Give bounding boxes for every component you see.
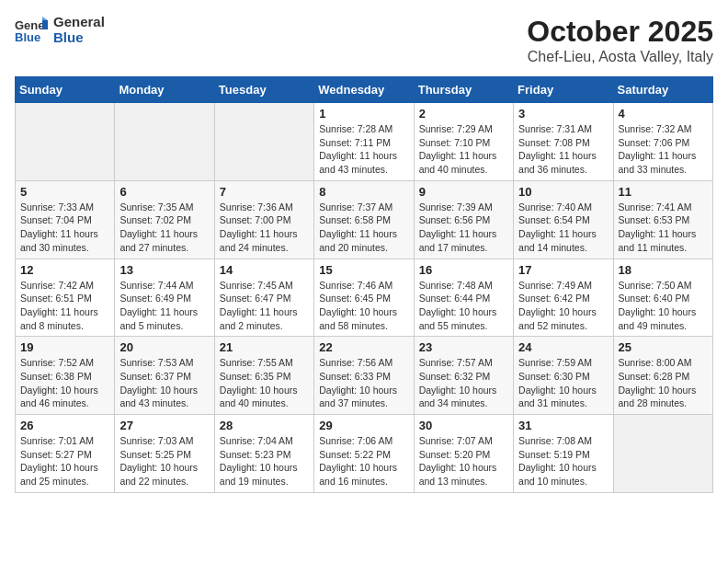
day-number: 16 bbox=[419, 263, 508, 277]
header-monday: Monday bbox=[115, 77, 214, 103]
calendar-cell: 12Sunrise: 7:42 AM Sunset: 6:51 PM Dayli… bbox=[16, 259, 115, 337]
calendar-cell: 2Sunrise: 7:29 AM Sunset: 7:10 PM Daylig… bbox=[414, 103, 513, 181]
calendar-cell: 10Sunrise: 7:40 AM Sunset: 6:54 PM Dayli… bbox=[514, 180, 613, 259]
calendar-header-row: SundayMondayTuesdayWednesdayThursdayFrid… bbox=[16, 77, 713, 103]
calendar-cell bbox=[115, 103, 214, 181]
day-info: Sunrise: 7:48 AM Sunset: 6:44 PM Dayligh… bbox=[419, 279, 508, 333]
day-number: 26 bbox=[20, 419, 109, 432]
calendar-cell: 25Sunrise: 8:00 AM Sunset: 6:28 PM Dayli… bbox=[613, 337, 712, 415]
day-info: Sunrise: 7:45 AM Sunset: 6:47 PM Dayligh… bbox=[220, 279, 309, 333]
day-number: 24 bbox=[518, 340, 608, 354]
calendar-cell: 8Sunrise: 7:37 AM Sunset: 6:58 PM Daylig… bbox=[314, 180, 414, 259]
page-header: General Blue General Blue October 2025 C… bbox=[15, 15, 713, 65]
calendar-cell: 13Sunrise: 7:44 AM Sunset: 6:49 PM Dayli… bbox=[115, 259, 214, 337]
day-number: 27 bbox=[119, 419, 209, 432]
day-info: Sunrise: 7:36 AM Sunset: 7:00 PM Dayligh… bbox=[220, 201, 309, 255]
logo-line2: Blue bbox=[53, 30, 105, 46]
day-number: 3 bbox=[518, 107, 608, 121]
day-number: 18 bbox=[619, 263, 708, 277]
day-info: Sunrise: 7:59 AM Sunset: 6:30 PM Dayligh… bbox=[518, 356, 608, 410]
header-sunday: Sunday bbox=[16, 77, 115, 103]
header-saturday: Saturday bbox=[613, 77, 712, 103]
day-number: 21 bbox=[220, 340, 309, 354]
calendar-cell: 11Sunrise: 7:41 AM Sunset: 6:53 PM Dayli… bbox=[613, 180, 712, 259]
calendar-cell bbox=[214, 103, 313, 181]
day-info: Sunrise: 7:08 AM Sunset: 5:19 PM Dayligh… bbox=[518, 434, 608, 488]
day-info: Sunrise: 7:39 AM Sunset: 6:56 PM Dayligh… bbox=[419, 201, 508, 255]
day-info: Sunrise: 7:50 AM Sunset: 6:40 PM Dayligh… bbox=[619, 279, 708, 333]
day-number: 2 bbox=[419, 107, 508, 121]
day-info: Sunrise: 7:57 AM Sunset: 6:32 PM Dayligh… bbox=[419, 356, 508, 410]
day-number: 22 bbox=[319, 340, 408, 354]
day-number: 4 bbox=[619, 107, 708, 121]
day-number: 5 bbox=[20, 185, 109, 199]
day-number: 20 bbox=[119, 340, 209, 354]
calendar-cell: 19Sunrise: 7:52 AM Sunset: 6:38 PM Dayli… bbox=[16, 337, 115, 415]
day-info: Sunrise: 7:01 AM Sunset: 5:27 PM Dayligh… bbox=[20, 434, 109, 488]
calendar-table: SundayMondayTuesdayWednesdayThursdayFrid… bbox=[15, 76, 713, 493]
day-number: 9 bbox=[419, 185, 508, 199]
day-number: 13 bbox=[119, 263, 209, 277]
calendar-week-row: 1Sunrise: 7:28 AM Sunset: 7:11 PM Daylig… bbox=[16, 103, 713, 181]
day-info: Sunrise: 7:07 AM Sunset: 5:20 PM Dayligh… bbox=[419, 434, 508, 488]
day-number: 12 bbox=[20, 263, 109, 277]
calendar-cell: 22Sunrise: 7:56 AM Sunset: 6:33 PM Dayli… bbox=[314, 337, 414, 415]
day-number: 19 bbox=[20, 340, 109, 354]
calendar-cell: 17Sunrise: 7:49 AM Sunset: 6:42 PM Dayli… bbox=[514, 259, 613, 337]
day-number: 23 bbox=[419, 340, 508, 354]
calendar-week-row: 5Sunrise: 7:33 AM Sunset: 7:04 PM Daylig… bbox=[16, 180, 713, 259]
day-info: Sunrise: 7:35 AM Sunset: 7:02 PM Dayligh… bbox=[119, 201, 209, 255]
day-info: Sunrise: 7:52 AM Sunset: 6:38 PM Dayligh… bbox=[20, 356, 109, 410]
day-info: Sunrise: 7:33 AM Sunset: 7:04 PM Dayligh… bbox=[20, 201, 109, 255]
day-info: Sunrise: 7:28 AM Sunset: 7:11 PM Dayligh… bbox=[319, 122, 408, 177]
calendar-cell: 7Sunrise: 7:36 AM Sunset: 7:00 PM Daylig… bbox=[214, 180, 313, 259]
calendar-cell: 4Sunrise: 7:32 AM Sunset: 7:06 PM Daylig… bbox=[613, 103, 712, 181]
day-info: Sunrise: 8:00 AM Sunset: 6:28 PM Dayligh… bbox=[619, 356, 708, 410]
day-info: Sunrise: 7:37 AM Sunset: 6:58 PM Dayligh… bbox=[319, 201, 408, 255]
day-info: Sunrise: 7:53 AM Sunset: 6:37 PM Dayligh… bbox=[119, 356, 209, 410]
day-number: 15 bbox=[319, 263, 408, 277]
logo-line1: General bbox=[53, 15, 105, 30]
calendar-cell: 27Sunrise: 7:03 AM Sunset: 5:25 PM Dayli… bbox=[115, 415, 214, 493]
logo: General Blue General Blue bbox=[15, 15, 105, 45]
calendar-cell: 21Sunrise: 7:55 AM Sunset: 6:35 PM Dayli… bbox=[214, 337, 313, 415]
day-info: Sunrise: 7:56 AM Sunset: 6:33 PM Dayligh… bbox=[319, 356, 408, 410]
day-number: 11 bbox=[619, 185, 708, 199]
day-number: 14 bbox=[220, 263, 309, 277]
svg-marker-2 bbox=[42, 20, 48, 29]
calendar-cell: 23Sunrise: 7:57 AM Sunset: 6:32 PM Dayli… bbox=[414, 337, 513, 415]
day-info: Sunrise: 7:04 AM Sunset: 5:23 PM Dayligh… bbox=[220, 434, 309, 488]
calendar-cell: 9Sunrise: 7:39 AM Sunset: 6:56 PM Daylig… bbox=[414, 180, 513, 259]
day-number: 10 bbox=[518, 185, 608, 199]
day-number: 29 bbox=[319, 419, 408, 432]
logo-icon: General Blue bbox=[15, 17, 48, 44]
svg-text:Blue: Blue bbox=[15, 30, 40, 44]
day-info: Sunrise: 7:32 AM Sunset: 7:06 PM Dayligh… bbox=[619, 122, 708, 177]
day-number: 1 bbox=[319, 107, 408, 121]
day-number: 31 bbox=[518, 419, 608, 432]
calendar-cell: 20Sunrise: 7:53 AM Sunset: 6:37 PM Dayli… bbox=[115, 337, 214, 415]
day-info: Sunrise: 7:49 AM Sunset: 6:42 PM Dayligh… bbox=[518, 279, 608, 333]
calendar-cell: 3Sunrise: 7:31 AM Sunset: 7:08 PM Daylig… bbox=[514, 103, 613, 181]
calendar-cell bbox=[613, 415, 712, 493]
calendar-cell: 18Sunrise: 7:50 AM Sunset: 6:40 PM Dayli… bbox=[613, 259, 712, 337]
day-info: Sunrise: 7:06 AM Sunset: 5:22 PM Dayligh… bbox=[319, 434, 408, 488]
day-info: Sunrise: 7:29 AM Sunset: 7:10 PM Dayligh… bbox=[419, 122, 508, 177]
calendar-week-row: 26Sunrise: 7:01 AM Sunset: 5:27 PM Dayli… bbox=[16, 415, 713, 493]
calendar-cell: 26Sunrise: 7:01 AM Sunset: 5:27 PM Dayli… bbox=[16, 415, 115, 493]
day-info: Sunrise: 7:46 AM Sunset: 6:45 PM Dayligh… bbox=[319, 279, 408, 333]
header-tuesday: Tuesday bbox=[214, 77, 313, 103]
day-number: 7 bbox=[220, 185, 309, 199]
calendar-cell: 31Sunrise: 7:08 AM Sunset: 5:19 PM Dayli… bbox=[514, 415, 613, 493]
calendar-cell: 1Sunrise: 7:28 AM Sunset: 7:11 PM Daylig… bbox=[314, 103, 414, 181]
calendar-cell: 30Sunrise: 7:07 AM Sunset: 5:20 PM Dayli… bbox=[414, 415, 513, 493]
calendar-week-row: 12Sunrise: 7:42 AM Sunset: 6:51 PM Dayli… bbox=[16, 259, 713, 337]
calendar-cell: 14Sunrise: 7:45 AM Sunset: 6:47 PM Dayli… bbox=[214, 259, 313, 337]
day-info: Sunrise: 7:31 AM Sunset: 7:08 PM Dayligh… bbox=[518, 122, 608, 177]
day-info: Sunrise: 7:41 AM Sunset: 6:53 PM Dayligh… bbox=[619, 201, 708, 255]
calendar-cell: 28Sunrise: 7:04 AM Sunset: 5:23 PM Dayli… bbox=[214, 415, 313, 493]
calendar-cell: 15Sunrise: 7:46 AM Sunset: 6:45 PM Dayli… bbox=[314, 259, 414, 337]
title-block: October 2025 Chef-Lieu, Aosta Valley, It… bbox=[527, 15, 713, 65]
calendar-cell: 24Sunrise: 7:59 AM Sunset: 6:30 PM Dayli… bbox=[514, 337, 613, 415]
day-number: 30 bbox=[419, 419, 508, 432]
